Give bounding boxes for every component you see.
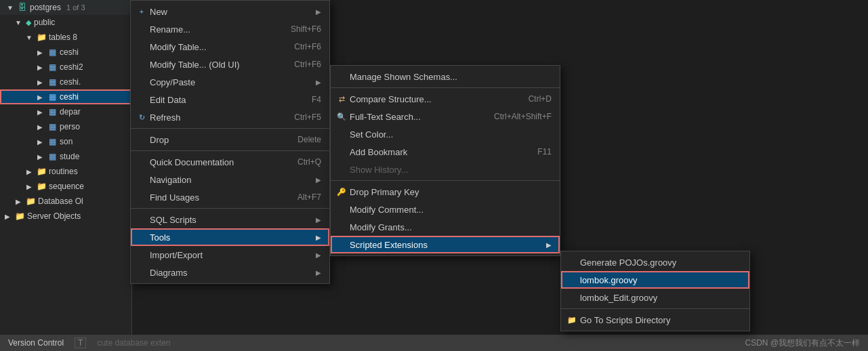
sidebar-label-postgres: postgres (30, 3, 61, 12)
menu-item-sql-scripts[interactable]: SQL Scripts ▶ (131, 211, 329, 228)
menu-item-scripted-extensions[interactable]: Scripted Extensions ▶ (331, 236, 560, 253)
sidebar-item-perso[interactable]: ▶ ▦ perso (0, 119, 131, 134)
menu-item-add-bookmark[interactable]: Add Bookmark F11 (331, 143, 560, 161)
folder-icon: 📁 (37, 182, 46, 191)
menu-item-lombok-groovy[interactable]: lombok.groovy (561, 271, 749, 289)
menu-item-modify-grants[interactable]: Modify Grants... (331, 218, 560, 236)
sidebar-item-tables[interactable]: ▼ 📁 tables 8 (0, 30, 131, 45)
menu-shortcut-refresh: Ctrl+F5 (294, 112, 321, 122)
menu-item-go-to-scripts-dir[interactable]: 📁 Go To Scripts Directory (561, 311, 749, 329)
menu-label-add-bookmark: Add Bookmark (350, 147, 407, 157)
chevron-right-icon: ▶ (35, 107, 45, 117)
chevron-right-icon: ▶ (3, 211, 12, 221)
menu-label-go-to-scripts: Go To Scripts Directory (580, 315, 670, 325)
menu-label-modify-grants: Modify Grants... (350, 222, 412, 232)
table-icon: ▦ (47, 47, 57, 57)
menu-label-refresh: Refresh (150, 112, 181, 123)
sidebar-item-routines[interactable]: ▶ 📁 routines (0, 164, 131, 179)
menu-label-modify-table: Modify Table... (150, 42, 207, 52)
sidebar-item-sequence[interactable]: ▶ 📁 sequence (0, 179, 131, 194)
chevron-down-icon: ▼ (5, 3, 15, 12)
context-menu-schema: Manage Shown Schemas... ⇄ Compare Struct… (330, 65, 560, 256)
menu-item-quick-doc[interactable]: Quick Documentation Ctrl+Q (131, 153, 329, 171)
menu-shortcut-compare: Ctrl+D (529, 94, 552, 104)
sidebar-item-database-ol[interactable]: ▶ 📁 Database Ol (0, 194, 131, 209)
menu-item-compare-structure[interactable]: ⇄ Compare Structure... Ctrl+D (331, 90, 560, 108)
menu-label-modify-table-old: Modify Table... (Old UI) (150, 60, 240, 70)
menu-item-drop-primary-key[interactable]: 🔑 Drop Primary Key (331, 183, 560, 201)
sidebar-item-server-objects[interactable]: ▶ 📁 Server Objects (0, 209, 131, 224)
menu-label-lombok-edit-groovy: lombok_Edit.groovy (580, 293, 657, 303)
sidebar-item-depar[interactable]: ▶ ▦ depar (0, 104, 131, 119)
menu-item-show-history[interactable]: Show History... (331, 161, 560, 178)
menu-shortcut-rename: Shift+F6 (291, 24, 321, 34)
status-extra: cute database exten (97, 338, 170, 348)
folder-icon: 📁 (37, 167, 46, 176)
sidebar-label-stude: stude (60, 152, 79, 161)
sidebar-item-public[interactable]: ▼ ◆ public (0, 15, 131, 30)
menu-item-find-usages[interactable]: Find Usages Alt+F7 (131, 188, 329, 206)
context-menu-main: + New ▶ Rename... Shift+F6 Modify Table.… (130, 0, 330, 284)
chevron-down-icon: ▼ (24, 33, 34, 42)
menu-label-copy-paste: Copy/Paste (150, 77, 195, 87)
menu-label-full-text-search: Full-Text Search... (350, 112, 421, 122)
refresh-icon: ↻ (136, 112, 147, 123)
menu-shortcut-bookmark: F11 (537, 147, 552, 157)
sidebar-label-depar: depar (60, 107, 81, 117)
table-icon: ▦ (47, 107, 57, 117)
sidebar-item-ceshi2[interactable]: ▶ ▦ ceshi2 (0, 60, 131, 75)
chevron-right-icon: ▶ (35, 62, 45, 72)
menu-shortcut-drop: Delete (297, 135, 321, 144)
chevron-right-icon: ▶ (14, 197, 23, 206)
sidebar-label-public: public (34, 18, 55, 27)
menu-item-navigation[interactable]: Navigation ▶ (131, 171, 329, 188)
menu-item-edit-data[interactable]: Edit Data F4 (131, 91, 329, 108)
menu-item-copy-paste[interactable]: Copy/Paste ▶ (131, 73, 329, 91)
sidebar-label-ceshi1: ceshi (60, 47, 79, 57)
menu-item-tools[interactable]: Tools ▶ (131, 228, 329, 246)
menu-item-modify-table-old[interactable]: Modify Table... (Old UI) Ctrl+F6 (131, 56, 329, 73)
menu-item-import-export[interactable]: Import/Export ▶ (131, 246, 329, 264)
menu-shortcut-modify-old: Ctrl+F6 (294, 60, 321, 69)
menu-separator-3 (131, 208, 329, 209)
sidebar-item-stude[interactable]: ▶ ▦ stude (0, 149, 131, 164)
context-menu-scripted-extensions: Generate POJOs.groovy lombok.groovy lomb… (560, 251, 750, 331)
menu-item-refresh[interactable]: ↻ Refresh Ctrl+F5 (131, 108, 329, 126)
chevron-down-icon: ▼ (14, 18, 23, 27)
menu-label-navigation: Navigation (150, 175, 191, 185)
sidebar-item-ceshi4[interactable]: ▶ ▦ ceshi (0, 89, 131, 104)
sidebar-item-ceshi3[interactable]: ▶ ▦ ceshi. (0, 75, 131, 89)
sidebar-item-ceshi1[interactable]: ▶ ▦ ceshi (0, 45, 131, 60)
menu-item-set-color[interactable]: Set Color... (331, 125, 560, 143)
menu-label-new: New (150, 7, 167, 17)
arrow-icon: ▶ (316, 79, 321, 86)
menu-item-manage-schemas[interactable]: Manage Shown Schemas... (331, 68, 560, 85)
menu-item-new[interactable]: + New ▶ (131, 3, 329, 20)
chevron-right-icon: ▶ (24, 167, 34, 176)
sidebar-label-ceshi2: ceshi2 (60, 62, 83, 72)
sidebar-label-ceshi3: ceshi. (60, 77, 81, 87)
chevron-right-icon: ▶ (35, 122, 45, 131)
sidebar: ▼ 🗄 postgres 1 of 3 ▼ ◆ public ▼ 📁 table… (0, 0, 132, 351)
menu-label-lombok-groovy: lombok.groovy (580, 275, 638, 285)
menu-label-compare-structure: Compare Structure... (350, 94, 432, 104)
arrow-icon: ▶ (316, 269, 321, 276)
key-icon: 🔑 (336, 186, 347, 197)
sidebar-label-son: son (60, 137, 73, 146)
menu-item-drop[interactable]: Drop Delete (131, 131, 329, 148)
menu-item-lombok-edit-groovy[interactable]: lombok_Edit.groovy (561, 289, 749, 306)
folder-icon: 📁 (37, 33, 46, 42)
menu-item-diagrams[interactable]: Diagrams ▶ (131, 264, 329, 281)
table-icon: ▦ (47, 92, 57, 102)
menu-item-modify-comment[interactable]: Modify Comment... (331, 201, 560, 218)
menu-item-full-text-search[interactable]: 🔍 Full-Text Search... Ctrl+Alt+Shift+F (331, 108, 560, 125)
sidebar-item-postgres[interactable]: ▼ 🗄 postgres 1 of 3 (0, 0, 131, 15)
menu-item-rename[interactable]: Rename... Shift+F6 (131, 20, 329, 38)
sidebar-item-son[interactable]: ▶ ▦ son (0, 134, 131, 149)
menu-separator-scripted (561, 308, 749, 309)
menu-shortcut-quick-doc: Ctrl+Q (297, 157, 321, 167)
arrow-icon: ▶ (316, 176, 321, 184)
menu-separator-2 (131, 150, 329, 151)
menu-item-modify-table[interactable]: Modify Table... Ctrl+F6 (131, 38, 329, 56)
menu-item-generate-pojos[interactable]: Generate POJOs.groovy (561, 253, 749, 271)
